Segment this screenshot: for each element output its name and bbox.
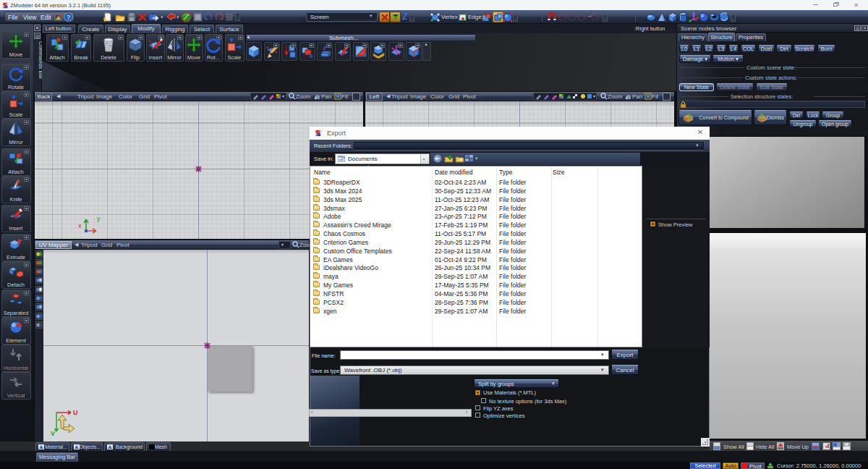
svg-text:V: V (51, 430, 55, 437)
svg-text:?: ? (67, 14, 70, 21)
svg-text:U: U (73, 409, 78, 416)
svg-text:x: x (78, 222, 82, 229)
svg-text:y: y (97, 215, 101, 222)
